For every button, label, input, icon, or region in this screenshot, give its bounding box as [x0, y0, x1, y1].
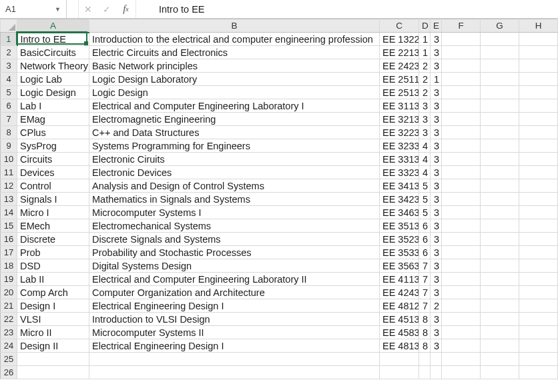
cell-F2[interactable]: [442, 46, 481, 59]
cell-C7[interactable]: EE 3213: [380, 113, 419, 126]
cell-A24[interactable]: Design II: [17, 339, 89, 353]
column-header-G[interactable]: G: [481, 19, 519, 33]
row-header[interactable]: 21: [1, 299, 17, 313]
cell-G21[interactable]: [481, 299, 519, 313]
cell-B26[interactable]: [89, 366, 380, 379]
cell-E9[interactable]: 3: [431, 139, 442, 153]
cell-F12[interactable]: [442, 179, 481, 193]
cell-D8[interactable]: 3: [419, 126, 431, 139]
cell-H6[interactable]: [519, 99, 558, 113]
cell-B15[interactable]: Electromechanical Systems: [89, 219, 380, 233]
row-header[interactable]: 25: [1, 353, 17, 366]
cell-D14[interactable]: 5: [419, 206, 431, 219]
cell-D17[interactable]: 6: [419, 246, 431, 259]
cell-G19[interactable]: [481, 273, 519, 286]
cell-F7[interactable]: [442, 113, 481, 126]
row-header[interactable]: 2: [1, 46, 17, 59]
cell-H7[interactable]: [519, 113, 558, 126]
cell-H12[interactable]: [519, 179, 558, 193]
cell-C2[interactable]: EE 2213: [380, 46, 419, 59]
formula-input[interactable]: Intro to EE: [136, 0, 558, 18]
cell-D21[interactable]: 7: [419, 299, 431, 313]
cell-B13[interactable]: Mathematics in Signals and Systems: [89, 193, 380, 206]
column-header-B[interactable]: B: [89, 19, 380, 33]
cell-A6[interactable]: Lab I: [17, 99, 89, 113]
cell-F17[interactable]: [442, 246, 481, 259]
cell-F10[interactable]: [442, 153, 481, 166]
cell-C26[interactable]: [380, 366, 419, 379]
cell-H9[interactable]: [519, 139, 558, 153]
cell-A5[interactable]: Logic Design: [17, 86, 89, 99]
cell-B18[interactable]: Digital Systems Design: [89, 259, 380, 273]
column-header-E[interactable]: E: [431, 19, 442, 33]
cell-H22[interactable]: [519, 313, 558, 326]
chevron-down-icon[interactable]: ▼: [53, 6, 62, 13]
cell-G5[interactable]: [481, 86, 519, 99]
row-header[interactable]: 14: [1, 206, 17, 219]
cell-E19[interactable]: 3: [431, 273, 442, 286]
cell-H25[interactable]: [519, 353, 558, 366]
cell-G15[interactable]: [481, 219, 519, 233]
cell-F3[interactable]: [442, 59, 481, 73]
cell-F4[interactable]: [442, 73, 481, 86]
cell-B1[interactable]: Introduction to the electrical and compu…: [89, 33, 380, 46]
cell-B24[interactable]: Electrical Engineering Design I: [89, 339, 380, 353]
select-all-corner[interactable]: [1, 19, 17, 33]
cell-F15[interactable]: [442, 219, 481, 233]
cell-A1[interactable]: Intro to EE: [17, 33, 89, 46]
cell-B14[interactable]: Microcomputer Systems I: [89, 206, 380, 219]
cell-C23[interactable]: EE 4583: [380, 326, 419, 339]
cell-G13[interactable]: [481, 193, 519, 206]
cell-A2[interactable]: BasicCircuits: [17, 46, 89, 59]
row-header[interactable]: 26: [1, 366, 17, 379]
cell-D12[interactable]: 5: [419, 179, 431, 193]
cell-D16[interactable]: 6: [419, 233, 431, 246]
cell-B22[interactable]: Introduction to VLSI Design: [89, 313, 380, 326]
fx-icon[interactable]: fx: [116, 0, 136, 18]
cell-G20[interactable]: [481, 286, 519, 299]
cell-D22[interactable]: 8: [419, 313, 431, 326]
cell-A17[interactable]: Prob: [17, 246, 89, 259]
cell-H18[interactable]: [519, 259, 558, 273]
cell-H4[interactable]: [519, 73, 558, 86]
cell-D19[interactable]: 7: [419, 273, 431, 286]
cell-C18[interactable]: EE 3563: [380, 259, 419, 273]
cell-D13[interactable]: 5: [419, 193, 431, 206]
row-header[interactable]: 23: [1, 326, 17, 339]
cell-E11[interactable]: 3: [431, 166, 442, 179]
cell-B7[interactable]: Electromagnetic Engineering: [89, 113, 380, 126]
row-header[interactable]: 4: [1, 73, 17, 86]
cell-G18[interactable]: [481, 259, 519, 273]
cell-G12[interactable]: [481, 179, 519, 193]
cell-G17[interactable]: [481, 246, 519, 259]
cell-D24[interactable]: 8: [419, 339, 431, 353]
column-header-D[interactable]: D: [419, 19, 431, 33]
cell-A12[interactable]: Control: [17, 179, 89, 193]
cell-C9[interactable]: EE 3233: [380, 139, 419, 153]
cell-B3[interactable]: Basic Network principles: [89, 59, 380, 73]
row-header[interactable]: 24: [1, 339, 17, 353]
cell-H2[interactable]: [519, 46, 558, 59]
row-header[interactable]: 5: [1, 86, 17, 99]
cell-C24[interactable]: EE 4813: [380, 339, 419, 353]
cell-D23[interactable]: 8: [419, 326, 431, 339]
cell-E7[interactable]: 3: [431, 113, 442, 126]
cell-E10[interactable]: 3: [431, 153, 442, 166]
cell-F26[interactable]: [442, 366, 481, 379]
cell-A25[interactable]: [17, 353, 89, 366]
cell-D26[interactable]: [419, 366, 431, 379]
cell-E13[interactable]: 3: [431, 193, 442, 206]
row-header[interactable]: 17: [1, 246, 17, 259]
cell-D6[interactable]: 3: [419, 99, 431, 113]
cell-D25[interactable]: [419, 353, 431, 366]
cell-B16[interactable]: Discrete Signals and Systems: [89, 233, 380, 246]
cell-D15[interactable]: 6: [419, 219, 431, 233]
cell-D9[interactable]: 4: [419, 139, 431, 153]
cell-H26[interactable]: [519, 366, 558, 379]
cell-C6[interactable]: EE 3113: [380, 99, 419, 113]
cell-F20[interactable]: [442, 286, 481, 299]
cell-H11[interactable]: [519, 166, 558, 179]
cell-E23[interactable]: 3: [431, 326, 442, 339]
cell-F16[interactable]: [442, 233, 481, 246]
cell-A3[interactable]: Network Theory: [17, 59, 89, 73]
